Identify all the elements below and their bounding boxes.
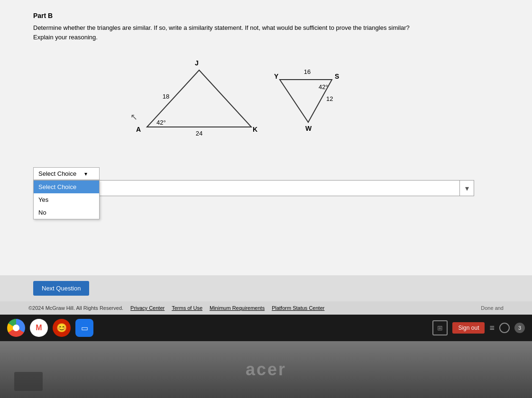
svg-text:12: 12 — [326, 95, 333, 102]
dropdown-option-yes[interactable]: Yes — [34, 193, 99, 206]
geometry-diagram: J A K 18 24 42° Y S W 16 — [33, 51, 499, 155]
acer-logo: acer — [246, 360, 286, 380]
terms-of-use-link[interactable]: Terms of Use — [172, 305, 202, 311]
svg-text:W: W — [305, 125, 312, 132]
done-text: Done and — [481, 305, 504, 311]
sign-out-button[interactable]: Sign out — [452, 322, 485, 334]
svg-text:↖: ↖ — [130, 112, 138, 122]
input-arrow-button[interactable]: ▾ — [460, 180, 474, 196]
svg-text:42°: 42° — [319, 83, 328, 90]
dropdown-button[interactable]: Select Choice — [33, 167, 100, 180]
menu-icon[interactable]: ≡ — [489, 323, 495, 333]
svg-text:Y: Y — [274, 72, 279, 80]
svg-text:16: 16 — [304, 68, 311, 75]
svg-text:24: 24 — [196, 130, 202, 137]
next-question-button[interactable]: Next Question — [33, 281, 89, 296]
display-icon[interactable]: ⊞ — [432, 320, 448, 335]
platform-status-link[interactable]: Platform Status Center — [272, 305, 324, 311]
circle-icon[interactable] — [499, 323, 510, 333]
part-label: Part B — [33, 12, 499, 19]
svg-text:K: K — [253, 126, 257, 133]
red-app-icon[interactable]: 😊 — [53, 319, 71, 337]
gmail-icon[interactable]: M — [30, 319, 48, 337]
svg-text:18: 18 — [163, 93, 169, 100]
number-badge: 3 — [514, 323, 525, 333]
chrome-icon[interactable] — [7, 319, 25, 337]
dropdown-option-no[interactable]: No — [34, 206, 99, 219]
dropdown-menu: Select Choice Yes No — [33, 180, 100, 219]
privacy-center-link[interactable]: Privacy Center — [130, 305, 165, 311]
footer: ©2024 McGraw Hill. All Rights Reserved. … — [0, 301, 532, 315]
copyright-text: ©2024 McGraw Hill. All Rights Reserved. — [28, 305, 123, 311]
minimum-requirements-link[interactable]: Minimum Requirements — [210, 305, 265, 311]
svg-text:42°: 42° — [156, 119, 166, 126]
svg-text:S: S — [335, 72, 339, 80]
dropdown-option-select-choice[interactable]: Select Choice — [34, 181, 99, 193]
svg-text:A: A — [136, 126, 141, 133]
select-choice-dropdown[interactable]: Select Choice Select Choice Yes No — [33, 167, 100, 180]
question-text: Determine whether the triangles are simi… — [33, 23, 499, 42]
blue-app-icon[interactable]: ▭ — [75, 319, 93, 337]
svg-text:J: J — [195, 59, 199, 67]
